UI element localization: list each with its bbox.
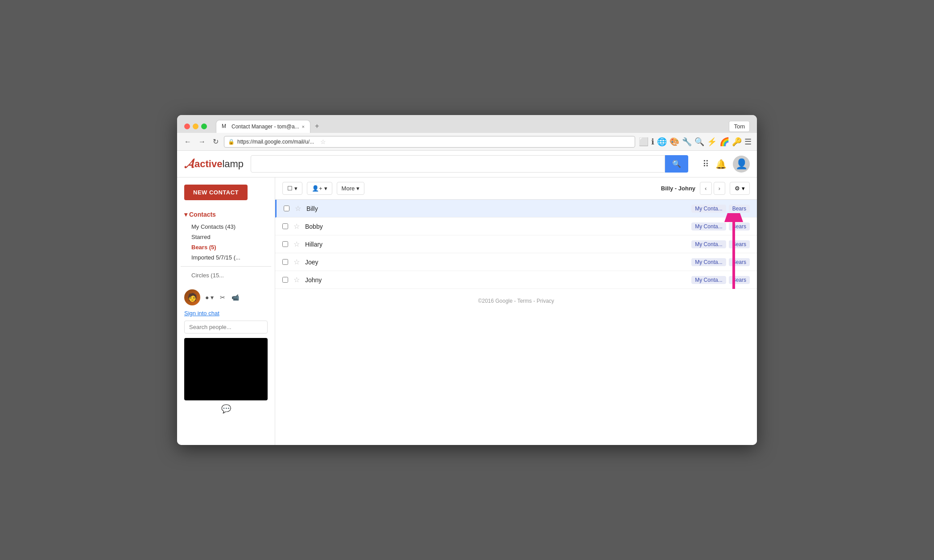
logo-icon: 𝓐 (184, 156, 194, 171)
tom-profile-button[interactable]: Tom (729, 121, 750, 132)
new-tab-button[interactable]: + (310, 119, 323, 133)
extension3-icon[interactable]: 🔧 (682, 137, 692, 147)
logo-lamp: lamp (222, 158, 244, 170)
footer-privacy-link[interactable]: Privacy (537, 298, 554, 304)
contact-checkbox-3[interactable] (282, 259, 288, 265)
contact-checkbox-1[interactable] (282, 223, 288, 229)
next-page-button[interactable]: › (714, 182, 725, 195)
contact-row[interactable]: ☆ Billy My Conta... Bears (275, 200, 757, 218)
contact-list-area: ☐ ▾ 👤+ ▾ More ▾ Billy - Johny ‹ › ⚙ (275, 177, 757, 445)
more-button[interactable]: More ▾ (337, 182, 365, 195)
extension4-icon[interactable]: 🔍 (694, 137, 704, 147)
sidebar-item-circles[interactable]: Circles (15... (181, 270, 271, 280)
user-avatar[interactable]: 👤 (733, 156, 750, 173)
chat-microphone-icon[interactable]: ✂ (219, 292, 227, 302)
notifications-icon[interactable]: 🔔 (715, 159, 727, 169)
minimize-traffic-light[interactable] (193, 124, 198, 129)
extension7-icon[interactable]: 🔑 (732, 137, 742, 147)
contact-row[interactable]: ☆ Johny My Conta... Bears (275, 271, 757, 289)
contact-tag-bears-0: Bears (729, 205, 750, 213)
contact-star-0[interactable]: ☆ (295, 204, 301, 213)
chat-status-icons: ● ▾ (204, 292, 215, 302)
cast-icon[interactable]: ⬜ (639, 137, 649, 147)
search-people-input[interactable] (184, 321, 268, 334)
apps-grid-icon[interactable]: ⠿ (703, 159, 709, 169)
sidebar-item-starred[interactable]: Starred (181, 232, 271, 242)
extension5-icon[interactable]: ⚡ (707, 137, 717, 147)
tab-close-button[interactable]: × (302, 124, 305, 129)
dropdown-arrow: ▾ (294, 185, 298, 192)
contacts-label: Contacts (189, 211, 216, 218)
back-button[interactable]: ← (182, 136, 193, 148)
contact-range: Billy - Johny (661, 185, 695, 192)
contact-row[interactable]: ☆ Joey My Conta... Bears (275, 253, 757, 271)
select-all-button[interactable]: ☐ ▾ (282, 182, 302, 195)
security-icon: 🔒 (228, 139, 235, 145)
contact-tag-mycontacts-0: My Conta... (691, 205, 726, 213)
url-bar[interactable]: 🔒 https://mail.google.com/mail/u/... ☆ (224, 136, 635, 148)
search-button[interactable]: 🔍 (665, 155, 688, 173)
chat-status-button[interactable]: ● ▾ (204, 292, 215, 302)
info-icon[interactable]: ℹ (651, 137, 654, 147)
extension6-icon[interactable]: 🌈 (719, 137, 729, 147)
footer-dash1: - (514, 298, 517, 304)
contact-checkbox-4[interactable] (282, 277, 288, 283)
sign-into-chat-link[interactable]: Sign into chat (184, 310, 219, 317)
contact-star-3[interactable]: ☆ (293, 258, 300, 266)
close-traffic-light[interactable] (184, 124, 190, 129)
settings-button[interactable]: ⚙ ▾ (730, 182, 750, 195)
settings-dropdown-arrow: ▾ (742, 185, 745, 192)
chat-video-icon[interactable]: 📹 (230, 292, 240, 302)
contact-name-0: Billy (306, 205, 691, 212)
contact-name-3: Joey (305, 259, 691, 266)
settings-icon: ⚙ (735, 185, 740, 192)
footer: ©2016 Google - Terms - Privacy (275, 289, 757, 313)
sidebar: NEW CONTACT ▾ Contacts My Contacts (43) … (177, 177, 275, 445)
header-icons: ⠿ 🔔 👤 (703, 156, 750, 173)
search-input[interactable] (251, 155, 665, 173)
add-person-icon: 👤+ (312, 185, 322, 192)
contacts-section-header[interactable]: ▾ Contacts (177, 207, 275, 222)
add-contact-button[interactable]: 👤+ ▾ (307, 182, 332, 195)
star-icon[interactable]: ☆ (320, 138, 326, 145)
active-tab[interactable]: M Contact Manager - tom@a... × (216, 120, 310, 133)
chat-compose-button[interactable]: 💬 (221, 404, 231, 414)
page-navigation: ‹ › (700, 182, 725, 195)
chat-video-area (184, 338, 268, 400)
footer-terms-link[interactable]: Terms (517, 298, 532, 304)
fullscreen-traffic-light[interactable] (201, 124, 207, 129)
sidebar-item-imported[interactable]: Imported 5/7/15 (... (181, 252, 271, 263)
sidebar-item-bears[interactable]: Bears (5) (181, 242, 271, 252)
extension2-icon[interactable]: 🎨 (670, 137, 679, 147)
contact-star-4[interactable]: ☆ (293, 276, 300, 284)
contact-checkbox-0[interactable] (284, 206, 289, 211)
contact-row[interactable]: ☆ Bobby My Conta... Bears (275, 218, 757, 235)
more-label: More (342, 185, 355, 192)
contact-name-2: Hillary (305, 241, 691, 248)
more-dropdown-arrow: ▾ (356, 185, 360, 192)
forward-button[interactable]: → (197, 136, 207, 148)
checkbox-icon: ☐ (287, 185, 293, 192)
contact-checkbox-2[interactable] (282, 241, 288, 247)
traffic-lights (184, 124, 207, 129)
sidebar-item-my-contacts[interactable]: My Contacts (43) (181, 222, 271, 232)
prev-page-button[interactable]: ‹ (700, 182, 711, 195)
gmail-header: 𝓐 activelamp 🔍 ⠿ 🔔 👤 (177, 151, 757, 177)
chat-user-row: 🧑 ● ▾ ✂ 📹 (184, 289, 268, 305)
my-contacts-section: My Contacts (43) Starred Bears (5) Impor… (177, 222, 275, 280)
contact-star-2[interactable]: ☆ (293, 240, 300, 248)
url-text: https://mail.google.com/mail/u/... (237, 139, 314, 145)
new-contact-button[interactable]: NEW CONTACT (184, 185, 248, 200)
contact-star-1[interactable]: ☆ (293, 222, 300, 231)
contact-row[interactable]: ☆ Hillary My Conta... Bears (275, 235, 757, 253)
contact-toolbar: ☐ ▾ 👤+ ▾ More ▾ Billy - Johny ‹ › ⚙ (275, 177, 757, 200)
menu-icon[interactable]: ☰ (744, 137, 752, 147)
footer-dash2: - (533, 298, 537, 304)
main-content: NEW CONTACT ▾ Contacts My Contacts (43) … (177, 177, 757, 445)
extension1-icon[interactable]: 🌐 (657, 137, 667, 147)
contact-tags-0: My Conta... Bears (691, 205, 750, 213)
tab-favicon: M (222, 123, 229, 130)
add-dropdown-arrow: ▾ (324, 185, 327, 192)
reload-button[interactable]: ↻ (211, 136, 220, 148)
avatar-image: 👤 (736, 158, 748, 170)
